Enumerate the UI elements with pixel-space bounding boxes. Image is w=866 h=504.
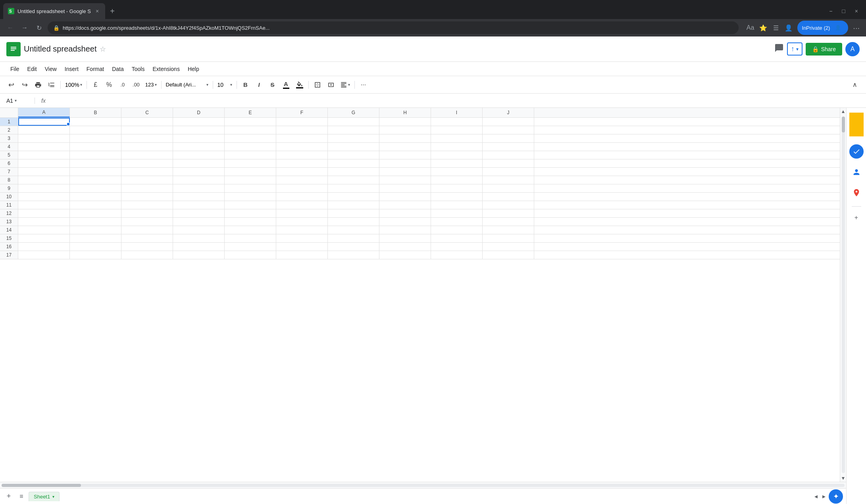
col-header-H[interactable]: H: [379, 108, 431, 117]
cell-D1[interactable]: [173, 118, 225, 126]
row-number-13[interactable]: 13: [0, 218, 18, 226]
cell-E1[interactable]: [225, 118, 276, 126]
format-number-selector[interactable]: 123 ▾: [143, 81, 159, 88]
col-header-C[interactable]: C: [121, 108, 173, 117]
row-number-10[interactable]: 10: [0, 193, 18, 201]
row-number-16[interactable]: 16: [0, 243, 18, 251]
col-header-E[interactable]: E: [225, 108, 276, 117]
row-number-2[interactable]: 2: [0, 126, 18, 134]
col-header-F[interactable]: F: [276, 108, 328, 117]
browser-more-button[interactable]: ···: [851, 22, 861, 34]
cell-reference-box[interactable]: A1 ▾: [3, 98, 35, 104]
sheet-tab-sheet1[interactable]: Sheet1 ▾: [29, 492, 60, 501]
print-button[interactable]: [32, 79, 44, 91]
scroll-down-arrow[interactable]: ▼: [840, 475, 846, 482]
cell-I3[interactable]: [431, 134, 483, 142]
hscroll-thumb[interactable]: [2, 484, 81, 487]
col-header-A[interactable]: A: [18, 108, 70, 117]
explore-button[interactable]: ✦: [829, 489, 843, 504]
read-aloud-icon[interactable]: Aa: [745, 22, 756, 33]
hscroll-track[interactable]: [2, 484, 845, 487]
cell-D3[interactable]: [173, 134, 225, 142]
row-number-1[interactable]: 1: [0, 118, 18, 126]
paint-format-button[interactable]: [45, 79, 58, 91]
cell-A1[interactable]: [18, 118, 70, 126]
forward-button[interactable]: →: [19, 22, 30, 33]
horizontal-scrollbar[interactable]: [0, 482, 846, 488]
row-number-4[interactable]: 4: [0, 143, 18, 151]
maps-icon[interactable]: [849, 186, 864, 200]
cell-J3[interactable]: [483, 134, 534, 142]
star-icon[interactable]: ☆: [100, 45, 106, 54]
cell-I1[interactable]: [431, 118, 483, 126]
col-header-G[interactable]: G: [328, 108, 379, 117]
borders-button[interactable]: [311, 79, 324, 91]
cell-B2[interactable]: [70, 126, 121, 134]
share-button[interactable]: 🔒 Share: [806, 43, 842, 56]
tasks-icon[interactable]: [849, 144, 864, 159]
reload-button[interactable]: ↻: [33, 22, 44, 33]
font-size-selector[interactable]: 10 ▾: [216, 81, 234, 88]
scroll-up-arrow[interactable]: ▲: [840, 108, 846, 115]
cell-G3[interactable]: [328, 134, 379, 142]
row-number-6[interactable]: 6: [0, 159, 18, 167]
menu-help[interactable]: Help: [184, 64, 203, 74]
maximize-button[interactable]: □: [837, 6, 850, 16]
zoom-selector[interactable]: 100% ▾: [63, 81, 84, 88]
cell-A4[interactable]: [18, 143, 70, 151]
menu-view[interactable]: View: [41, 64, 61, 74]
tab-close-button[interactable]: ×: [94, 7, 100, 15]
text-color-button[interactable]: A: [280, 79, 293, 91]
row-number-15[interactable]: 15: [0, 234, 18, 242]
col-header-I[interactable]: I: [431, 108, 483, 117]
italic-button[interactable]: I: [253, 79, 266, 91]
cell-F2[interactable]: [276, 126, 328, 134]
close-button[interactable]: ×: [850, 6, 863, 16]
doc-title[interactable]: Untitled spreadsheet: [24, 44, 96, 54]
cell-E2[interactable]: [225, 126, 276, 134]
add-sheet-button[interactable]: +: [3, 491, 14, 502]
cell-H1[interactable]: [379, 118, 431, 126]
user-sidebar-icon[interactable]: [849, 165, 864, 179]
cell-J1[interactable]: [483, 118, 534, 126]
active-tab[interactable]: S Untitled spreadsheet - Google S ×: [3, 3, 105, 19]
row-number-5[interactable]: 5: [0, 151, 18, 159]
user-menu-button[interactable]: A: [845, 42, 860, 56]
menu-edit[interactable]: Edit: [23, 64, 41, 74]
row-number-7[interactable]: 7: [0, 168, 18, 176]
fill-color-button[interactable]: [293, 79, 306, 91]
url-bar[interactable]: 🔒 https://docs.google.com/spreadsheets/d…: [48, 21, 739, 34]
decimal-decrease-button[interactable]: .0: [116, 79, 129, 91]
cell-D2[interactable]: [173, 126, 225, 134]
row-number-9[interactable]: 9: [0, 184, 18, 192]
inprivate-button[interactable]: InPrivate (2) 👤: [797, 21, 849, 35]
cell-H3[interactable]: [379, 134, 431, 142]
cell-I2[interactable]: [431, 126, 483, 134]
cell-A3[interactable]: [18, 134, 70, 142]
cell-C1[interactable]: [121, 118, 173, 126]
collapse-toolbar-button[interactable]: ∧: [849, 79, 861, 91]
redo-button[interactable]: ↪: [18, 79, 31, 91]
cell-G1[interactable]: [328, 118, 379, 126]
new-tab-button[interactable]: +: [107, 5, 118, 17]
cell-J2[interactable]: [483, 126, 534, 134]
cell-B3[interactable]: [70, 134, 121, 142]
row-number-8[interactable]: 8: [0, 176, 18, 184]
sidebar-plus-button[interactable]: +: [852, 213, 861, 222]
cell-C2[interactable]: [121, 126, 173, 134]
col-header-J[interactable]: J: [483, 108, 534, 117]
cell-B1[interactable]: [70, 118, 121, 126]
bold-button[interactable]: B: [239, 79, 252, 91]
decimal-increase-button[interactable]: .00: [130, 79, 142, 91]
col-header-B[interactable]: B: [70, 108, 121, 117]
menu-tools[interactable]: Tools: [128, 64, 149, 74]
sheet-nav-left[interactable]: ◂: [813, 491, 819, 502]
cell-H2[interactable]: [379, 126, 431, 134]
percent-button[interactable]: %: [103, 79, 115, 91]
cell-A2[interactable]: [18, 126, 70, 134]
vertical-scrollbar[interactable]: ▲ ▼: [840, 108, 846, 482]
formula-input[interactable]: [52, 98, 863, 104]
row-number-11[interactable]: 11: [0, 201, 18, 209]
vscroll-thumb[interactable]: [842, 117, 845, 132]
sheet-nav-right[interactable]: ▸: [821, 491, 827, 502]
